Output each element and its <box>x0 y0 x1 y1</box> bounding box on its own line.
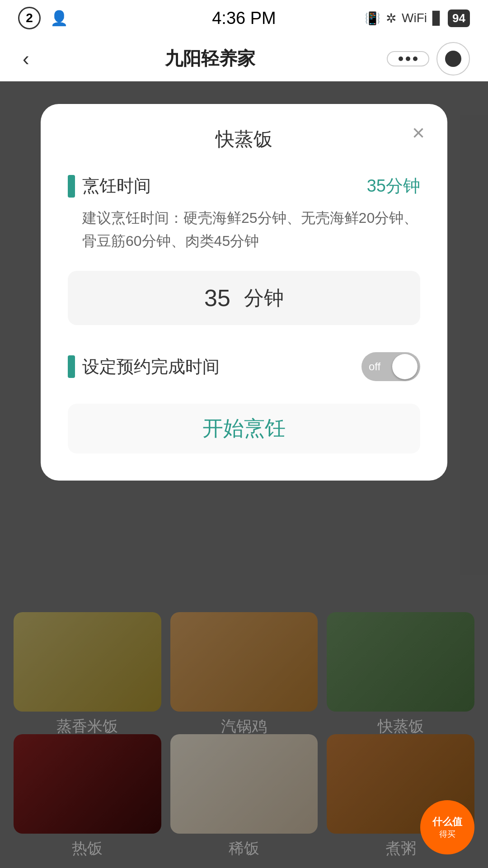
signal-icon: ▊ <box>432 11 442 26</box>
notification-badge: 2 <box>18 7 41 29</box>
app-badge[interactable]: 什么值 得买 <box>420 800 474 854</box>
background-content: × 快蒸饭 烹饪时间 35分钟 建议烹饪时间：硬壳海鲜25分钟、无壳海鲜20分钟… <box>0 81 488 868</box>
dot3 <box>413 57 418 61</box>
wifi-icon: WiFi <box>402 11 427 25</box>
toggle-state-label: off <box>369 360 380 373</box>
modal-title: 快蒸饭 <box>68 127 420 152</box>
page-title: 九阳轻养家 <box>165 46 255 71</box>
app-header: ‹ 九阳轻养家 <box>0 36 488 81</box>
cooking-time-description: 建议烹饪时间：硬壳海鲜25分钟、无壳海鲜20分钟、骨豆筋60分钟、肉类45分钟 <box>68 207 420 253</box>
close-button[interactable]: × <box>412 122 425 144</box>
time-picker[interactable]: 35 分钟 <box>68 271 420 325</box>
time-unit: 分钟 <box>244 285 284 311</box>
cooking-time-section: 烹饪时间 35分钟 <box>68 175 420 198</box>
schedule-toggle-row: 设定预约完成时间 off <box>68 352 420 381</box>
status-right: 📳 ✲ WiFi ▊ 94 <box>365 9 470 27</box>
vibrate-icon: 📳 <box>365 11 380 26</box>
battery-indicator: 94 <box>448 9 470 27</box>
header-actions <box>387 42 470 75</box>
time-number: 35 <box>204 284 230 311</box>
user-avatar-icon: 👤 <box>48 7 70 29</box>
start-cooking-label: 开始烹饪 <box>202 415 286 443</box>
back-button[interactable]: ‹ <box>18 43 34 75</box>
badge-label-bottom: 得买 <box>439 829 455 840</box>
cooking-time-value: 35分钟 <box>367 175 420 198</box>
badge-label-top: 什么值 <box>432 815 462 829</box>
toggle-knob <box>392 354 418 379</box>
dot2 <box>406 57 410 61</box>
more-options-button[interactable] <box>387 51 429 66</box>
modal-overlay: × 快蒸饭 烹饪时间 35分钟 建议烹饪时间：硬壳海鲜25分钟、无壳海鲜20分钟… <box>0 81 488 868</box>
dot1 <box>399 57 403 61</box>
status-left: 2 👤 <box>18 7 70 29</box>
section-dot-icon <box>68 175 75 198</box>
cooking-time-label: 烹饪时间 <box>68 175 151 198</box>
schedule-toggle[interactable]: off <box>361 352 420 381</box>
record-button[interactable] <box>436 42 470 75</box>
status-time: 4:36 PM <box>212 9 276 28</box>
section-dot2-icon <box>68 355 75 378</box>
record-icon <box>445 51 461 67</box>
schedule-label: 设定预约完成时间 <box>68 355 220 378</box>
start-cooking-button[interactable]: 开始烹饪 <box>68 404 420 453</box>
status-bar: 2 👤 4:36 PM 📳 ✲ WiFi ▊ 94 <box>0 0 488 36</box>
bluetooth-icon: ✲ <box>386 11 396 26</box>
settings-modal: × 快蒸饭 烹饪时间 35分钟 建议烹饪时间：硬壳海鲜25分钟、无壳海鲜20分钟… <box>41 104 447 481</box>
